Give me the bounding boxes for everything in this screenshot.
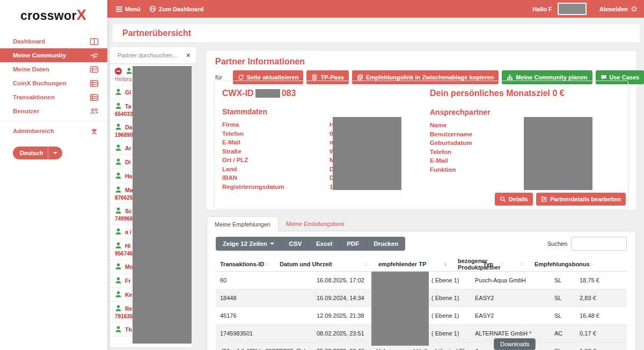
edit-icon (541, 196, 547, 202)
cell-datetime: 08.02.2025, 23:51 (312, 330, 372, 337)
menu-button[interactable]: Menü (116, 5, 141, 13)
columns-icon (90, 38, 99, 46)
table-search-input[interactable] (571, 237, 627, 251)
sidebar-item-label: Adminbereich (13, 128, 54, 134)
referrals-table: Transaktions-ID ↑↓ Datum und Uhrzeit ↑↓ … (216, 257, 627, 350)
user-icon (114, 242, 122, 250)
partner-name: Hi (125, 243, 131, 249)
page-length-dropdown[interactable]: Zeige 12 Zeilen (216, 237, 282, 251)
sidebar-item-meine-daten[interactable]: Meine Daten (0, 62, 107, 76)
cell-type: SL (550, 312, 575, 319)
language-dropdown[interactable]: Deutsch (13, 147, 62, 159)
comment-icon (601, 74, 607, 81)
datatable-buttons: Zeige 12 Zeilen CSV Excel PDF Drucken (216, 237, 405, 251)
copy-icon (357, 74, 363, 81)
dashboard-link[interactable]: Zum Dashboard (149, 5, 204, 12)
cell-datetime: 16.09.2024, 14:34 (312, 295, 372, 301)
partner-name: Ta (125, 103, 131, 110)
logout-button[interactable]: Abmelden (599, 5, 638, 12)
user-icon (114, 290, 122, 298)
partner-name: Re (125, 305, 132, 312)
partner-name: a i (125, 229, 131, 235)
logo-text: crosswor (20, 9, 77, 23)
table-toolbar: Zeige 12 Zeilen CSV Excel PDF Drucken Su… (216, 237, 627, 251)
partner-search-input[interactable] (116, 52, 184, 59)
tab-meine-empfehlungen[interactable]: Meine Empfehlungen (207, 216, 279, 232)
sidebar-item-benutzer[interactable]: Benutzer (0, 104, 107, 118)
table-header: Transaktions-ID ↑↓ Datum und Uhrzeit ↑↓ … (216, 257, 627, 272)
partner-name: Mo (125, 264, 133, 270)
sidebar-item-dashboard[interactable]: Dashboard (0, 34, 107, 48)
cell-product-partner: Pusch-Aqua GmbH (475, 277, 526, 283)
partner-search-card: × (110, 47, 196, 63)
edit-partner-details-button[interactable]: Partnerdetails bearbeiten (536, 193, 626, 206)
sort-icon: ↑↓ (364, 261, 367, 267)
badge-icon (311, 74, 318, 81)
sort-icon: ↑↓ (265, 261, 268, 267)
redacted-username (558, 3, 587, 15)
export-pdf-button[interactable]: PDF (340, 237, 367, 251)
user-icon (114, 228, 122, 236)
id-card-icon (90, 65, 99, 74)
user-icon (114, 207, 122, 215)
partner-name: Th (125, 326, 132, 333)
users-icon (90, 107, 99, 115)
cell-type: SL (550, 295, 575, 301)
partner-name: Ha (125, 173, 132, 179)
user-icon (114, 276, 122, 285)
user-icon (114, 158, 122, 166)
sidebar-item-adminbereich[interactable]: Adminbereich (0, 124, 107, 138)
cell-transaction-id: 18448 (216, 295, 312, 301)
user-icon (114, 186, 122, 194)
menu-label: Menü (125, 6, 141, 12)
power-icon (631, 5, 638, 12)
sidebar-item-label: Meine Daten (13, 66, 49, 72)
sidebar-item-transaktionen[interactable]: Transaktionen (0, 90, 107, 104)
main-content: Partnerübersicht × Heilpra (107, 18, 644, 350)
column-header[interactable]: Typ ↑↓ (479, 261, 530, 267)
column-header[interactable]: bezogener Produktpartner ↑↓ (453, 258, 479, 271)
export-excel-button[interactable]: Excel (309, 237, 340, 251)
sitemap-icon (507, 74, 513, 81)
ansprechpartner-heading: Ansprechpartner (430, 108, 626, 116)
partner-name: Di (125, 159, 131, 165)
column-header[interactable]: Empfehlungsbonus ↑↓ (530, 261, 600, 267)
tab-meine-einladungsboni[interactable]: Meine Einladungsboni (279, 216, 352, 232)
logout-label: Abmelden (599, 6, 628, 12)
app-logo[interactable]: crossworX (0, 0, 107, 34)
partner-name: Ke (125, 291, 132, 298)
sidebar-item-label: Meine Community (13, 52, 66, 59)
close-icon[interactable]: × (186, 52, 191, 59)
topbar: Menü Zum Dashboard Hallo F Abmelden (107, 0, 644, 18)
table-search: Suchen (547, 237, 627, 251)
sidebar-item-meine-community[interactable]: Meine Community (0, 48, 107, 62)
sort-icon: ↑↓ (520, 261, 523, 267)
cell-datetime: 12.09.2025, 21:38 (312, 312, 372, 319)
sidebar: crossworX Dashboard Meine Community Mein… (0, 0, 107, 350)
chevron-down-icon[interactable] (48, 147, 62, 159)
partner-name: Gl (125, 89, 131, 96)
user-icon (114, 88, 122, 96)
cell-bonus: 0,17 € (575, 330, 627, 337)
partner-list-card: Heilpra Gl Ta (110, 64, 192, 347)
table-list-icon (90, 93, 99, 101)
dashboard-label: Zum Dashboard (159, 6, 204, 12)
export-csv-button[interactable]: CSV (282, 237, 309, 251)
greeting-text: Hallo F (532, 6, 552, 12)
search-icon (500, 196, 506, 202)
partner-info-card: Partner Informationen für Seite aktualis… (207, 51, 636, 210)
column-header[interactable]: empfehlender TP ↑↓ (374, 261, 453, 267)
redacted-referring-tp-column (371, 272, 429, 346)
user-icon (125, 67, 133, 75)
detail-buttons: Details Partnerdetails bearbeiten (495, 193, 626, 206)
cell-product-partner: EASY2 (475, 312, 494, 319)
partner-detail-box: CWX-ID 083 Stammdaten Firma Hel Telefon … (214, 81, 628, 209)
cell-type: SL (550, 277, 575, 283)
cell-product-partner: ALTERNATE GmbH (475, 330, 528, 337)
details-button[interactable]: Details (495, 193, 533, 206)
sidebar-item-coinx-buchungen[interactable]: CoinX Buchungen (0, 76, 107, 90)
print-button[interactable]: Drucken (367, 237, 405, 251)
redacted-stammdaten-values (333, 117, 401, 190)
column-header[interactable]: Datum und Uhrzeit ↑↓ (275, 261, 374, 267)
column-header[interactable]: Transaktions-ID ↑↓ (216, 261, 275, 267)
